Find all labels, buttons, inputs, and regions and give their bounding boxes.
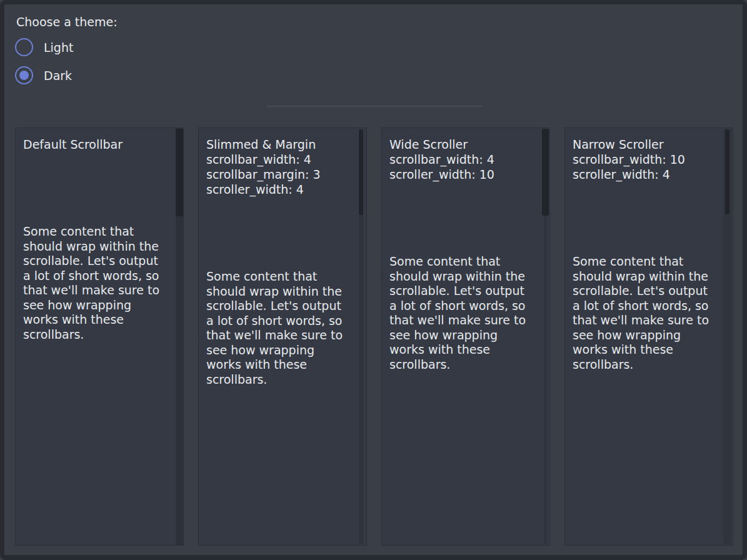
panel-title: Default Scrollbar [23,137,167,152]
scrollbar-thumb[interactable] [176,129,183,216]
scroll-panel-content: Slimmed & Margin scrollbar_width: 4 scro… [199,128,366,545]
panel-params: scrollbar_width: 4 scroller_width: 10 [389,152,533,182]
app-window: Choose a theme: Light Dark Default Scrol… [0,0,747,560]
scroll-panel-wide-scroller[interactable]: Wide Scroller scrollbar_width: 4 scrolle… [381,128,550,546]
scroll-panel-content: Narrow Scroller scrollbar_width: 10 scro… [565,128,733,545]
panel-body-text: Some content that should wrap within the… [389,254,533,372]
scroll-panel-slimmed[interactable]: Slimmed & Margin scrollbar_width: 4 scro… [198,128,367,546]
panel-title: Wide Scroller [389,137,533,152]
radio-selected-dot-icon [19,71,29,80]
theme-chooser-label: Choose a theme: [16,15,118,29]
panel-title: Narrow Scroller [573,137,716,152]
scroll-panel-default[interactable]: Default Scrollbar Some content that shou… [15,128,184,546]
panel-params: scrollbar_width: 4 scrollbar_margin: 3 s… [206,152,350,197]
radio-circle-selected-icon[interactable] [15,66,33,84]
radio-label-light: Light [44,41,73,54]
panel-params: scrollbar_width: 10 scroller_width: 4 [573,152,716,182]
scrollbar-thumb[interactable] [359,129,363,215]
scrollbar-thumb[interactable] [725,129,729,214]
panel-body-text: Some content that should wrap within the… [23,224,167,342]
scrollbar-thumb[interactable] [542,129,549,216]
horizontal-divider [267,106,483,107]
radio-option-light[interactable]: Light [15,37,73,58]
panel-body-text: Some content that should wrap within the… [573,254,716,372]
panel-body-text: Some content that should wrap within the… [206,269,350,387]
panel-title: Slimmed & Margin [206,137,350,152]
scroll-panel-narrow-scroller[interactable]: Narrow Scroller scrollbar_width: 10 scro… [564,128,733,546]
scroll-panel-content: Wide Scroller scrollbar_width: 4 scrolle… [382,128,549,545]
radio-label-dark: Dark [44,69,72,82]
radio-circle-icon[interactable] [15,38,33,56]
scroll-panel-content: Default Scrollbar Some content that shou… [16,128,183,545]
radio-option-dark[interactable]: Dark [15,65,72,86]
